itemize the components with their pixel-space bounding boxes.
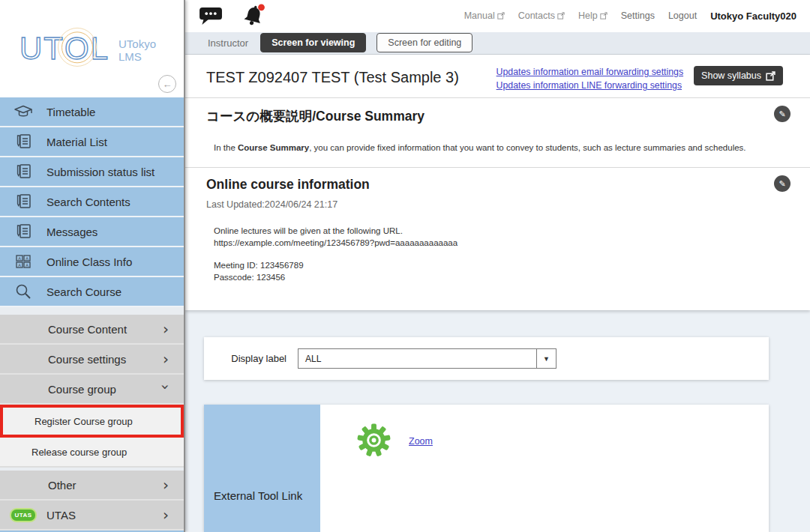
online-info-body: Online lectures will be given at the fol… [214,225,789,283]
svg-text:A: A [18,256,21,261]
zoom-tool-link[interactable]: Zoom [409,436,433,447]
topbar: Manual Contacts Help Settings Logout Uto… [185,0,810,32]
sidebar-item-timetable[interactable]: Timetable [0,97,184,127]
logo-text-ut: UT [20,31,64,66]
logo-text-o: O [64,31,91,66]
sidebar-item-search-course[interactable]: Search Course [0,277,184,307]
bell-icon [242,4,267,28]
sidebar-item-release-course-group[interactable]: Release course group [0,438,184,468]
pencil-icon: ✎ [778,179,785,189]
external-link-icon [766,71,776,81]
messages-icon [0,223,46,241]
course-header: TEST Z092407 TEST (Test Sample 3) Update… [185,55,810,97]
utas-logo-icon: UTAS [0,510,46,521]
utol-logo: UTOL [20,33,110,64]
sidebar-item-utas[interactable]: UTAS UTAS › [0,501,184,531]
current-user: Utokyo Faculty020 [710,10,796,22]
edit-online-info-button[interactable]: ✎ [774,175,790,192]
graduation-cap-icon [0,103,46,120]
pencil-icon: ✎ [778,109,785,119]
lower-content: Display label ALL ▼ External Tool Link [185,310,810,532]
screen-mode-bar: Instructor Screen for viewing Screen for… [185,32,810,55]
svg-text:A: A [26,263,28,267]
settings-link[interactable]: Settings [621,10,655,21]
sidebar-item-search-contents[interactable]: Search Contents [0,187,184,217]
chevron-right-icon: › [163,476,169,494]
gear-icon [356,423,392,458]
tab-screen-for-viewing[interactable]: Screen for viewing [260,33,366,52]
chevron-right-icon: › [163,350,169,368]
help-link[interactable]: Help [578,10,608,21]
external-tool-panel-label: External Tool Link [214,489,302,502]
sidebar-item-messages[interactable]: Messages [0,217,184,247]
sidebar-item-course-settings[interactable]: Course settings › [0,345,184,375]
chevron-right-icon: › [163,506,169,524]
display-label-label: Display label [204,353,286,364]
external-tool-panel: External Tool Link [204,405,320,532]
display-label-value: ALL [298,354,536,364]
dropdown-arrow-icon[interactable]: ▼ [536,349,556,368]
sidebar-item-course-group[interactable]: Course group › [0,375,184,405]
svg-text:A: A [18,263,21,267]
email-forwarding-settings-link[interactable]: Updates information email forwarding set… [496,66,683,78]
logo-subtitle: UTokyo LMS [118,37,156,63]
sidebar-collapse-button[interactable]: ← [158,75,176,93]
external-link-icon [557,12,565,19]
search-icon [0,282,46,300]
show-syllabus-button[interactable]: Show syllabus [694,66,783,85]
sidebar-gap [0,307,184,315]
chevron-down-icon: › [157,384,175,390]
svg-text:A: A [26,256,28,261]
role-label: Instructor [208,37,248,49]
main-area: Manual Contacts Help Settings Logout Uto… [185,0,810,532]
online-info-heading: Online course information [206,177,789,193]
sidebar-item-online-class-info[interactable]: AAAA Online Class Info [0,247,184,277]
edit-course-summary-button[interactable]: ✎ [774,106,790,122]
app-window: UTOL UTokyo LMS ← Timetable Material Lis… [0,0,810,532]
chat-messages-button[interactable] [199,6,224,26]
submission-status-icon [0,163,46,181]
sidebar-item-course-content[interactable]: Course Content › [0,315,184,345]
tab-screen-for-editing[interactable]: Screen for editing [376,33,472,52]
course-panel: TEST Z092407 TEST (Test Sample 3) Update… [185,55,810,310]
material-list-icon [0,133,46,151]
top-navigation: Manual Contacts Help Settings Logout Uto… [464,10,796,22]
external-link-icon [600,12,608,19]
external-tool-content: Zoom [320,405,769,532]
online-class-grid-icon: AAAA [0,253,46,270]
chevron-right-icon: › [163,320,169,338]
search-contents-icon [0,193,46,211]
speech-bubble-icon [199,6,224,26]
contacts-link[interactable]: Contacts [518,10,565,21]
external-tool-card: External Tool Link [204,405,769,532]
online-info-line1: Online lectures will be given at the fol… [214,225,789,237]
online-course-info-section: Online course information ✎ Last Updated… [185,168,810,310]
sidebar: UTOL UTokyo LMS ← Timetable Material Lis… [0,0,185,532]
register-course-group-highlight: Register Course group [0,405,184,438]
notification-dot [258,4,265,11]
meeting-url: https://example.com/meeting/123456789?pw… [214,237,789,249]
course-title: TEST Z092407 TEST (Test Sample 3) [206,69,496,86]
notifications-button[interactable] [242,4,267,28]
logo-text-l: L [91,31,110,66]
sidebar-item-submission-status[interactable]: Submission status list [0,157,184,187]
display-label-card: Display label ALL ▼ [204,337,769,380]
manual-link[interactable]: Manual [464,10,505,21]
course-summary-text: In the Course Summary, you can provide f… [214,143,789,152]
line-forwarding-settings-link[interactable]: Updates information LINE forwarding sett… [496,79,683,91]
logout-link[interactable]: Logout [668,10,697,21]
external-link-icon [497,12,505,19]
last-updated-text: Last Updated:2024/06/24 21:17 [206,199,789,210]
sidebar-item-material-list[interactable]: Material List [0,127,184,157]
arrow-left-icon: ← [163,79,172,90]
meeting-id: Meeting ID: 123456789 [214,259,789,271]
sidebar-item-register-course-group[interactable]: Register Course group [3,408,181,435]
passcode: Passcode: 123456 [214,271,789,283]
course-summary-section: コースの概要説明/Course Summary ✎ In the Course … [185,98,810,167]
sidebar-item-other[interactable]: Other › [0,471,184,501]
course-summary-heading: コースの概要説明/Course Summary [206,107,789,125]
display-label-select[interactable]: ALL ▼ [298,348,556,369]
logo-area: UTOL UTokyo LMS ← [0,0,184,97]
